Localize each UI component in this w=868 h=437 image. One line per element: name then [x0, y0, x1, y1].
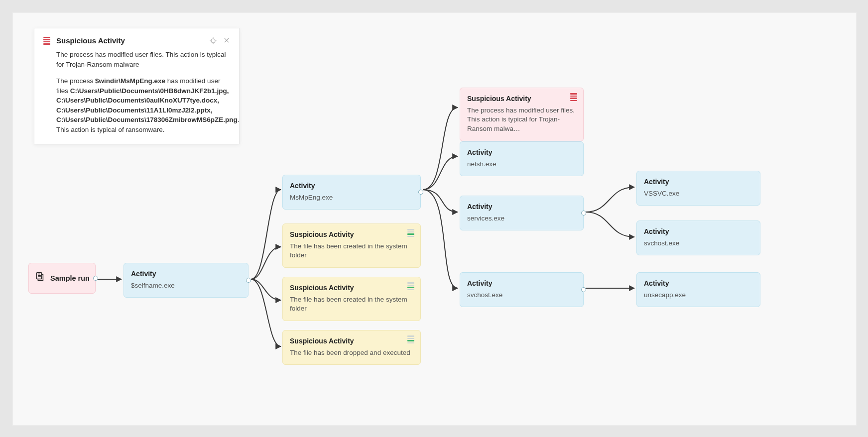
node-subtitle: VSSVC.exe [644, 189, 753, 199]
connector-dot [246, 278, 251, 283]
connector-dot [418, 190, 423, 195]
node-subtitle: unsecapp.exe [644, 291, 753, 300]
node-suspicious-yellow-3[interactable]: Suspicious Activity The file has been dr… [282, 330, 421, 365]
node-sample-run[interactable]: Sample run [28, 263, 96, 294]
node-subtitle: $selfname.exe [131, 281, 241, 291]
locate-icon[interactable] [209, 37, 217, 45]
node-title: Activity [467, 279, 576, 289]
node-title: Activity [290, 181, 413, 191]
node-activity-svchost-2[interactable]: Activity svchost.exe [636, 220, 760, 255]
node-title: Suspicious Activity [467, 94, 576, 104]
node-activity-vssvc[interactable]: Activity VSSVC.exe [636, 171, 760, 206]
node-activity-msmpeng[interactable]: Activity MsMpEng.exe [282, 175, 421, 210]
node-title: Activity [644, 279, 753, 289]
node-activity-svchost[interactable]: Activity svchost.exe [460, 272, 584, 307]
file-stack-icon [34, 271, 45, 285]
node-activity-unsecapp[interactable]: Activity unsecapp.exe [636, 272, 760, 307]
node-subtitle: MsMpEng.exe [290, 193, 413, 203]
node-subtitle: services.exe [467, 214, 576, 223]
svg-point-1 [211, 39, 215, 43]
connector-dot [93, 276, 98, 281]
node-activity-selfname[interactable]: Activity $selfname.exe [124, 263, 248, 298]
panel-summary: The process has modified user files. Thi… [56, 50, 230, 69]
node-title: Suspicious Activity [290, 230, 413, 240]
node-suspicious-yellow-1[interactable]: Suspicious Activity The file has been cr… [282, 223, 421, 268]
close-icon[interactable] [223, 37, 230, 45]
connector-dot [581, 287, 586, 292]
node-title: Sample run [50, 273, 90, 283]
node-subtitle: The file has been dropped and executed [290, 348, 413, 358]
node-subtitle: The file has been created in the system … [290, 242, 413, 261]
node-title: Activity [644, 227, 753, 237]
severity-icon [407, 229, 414, 237]
node-title: Activity [131, 269, 241, 279]
node-title: Activity [467, 202, 576, 212]
node-subtitle: The process has modified user files. Thi… [467, 106, 576, 134]
severity-icon [407, 335, 414, 343]
node-title: Activity [467, 148, 576, 158]
panel-body: The process has modified user files. Thi… [43, 50, 230, 135]
node-activity-services[interactable]: Activity services.exe [460, 196, 584, 230]
detail-panel: Suspicious Activity The process has modi… [34, 28, 240, 144]
svg-rect-0 [37, 273, 42, 279]
node-activity-netsh[interactable]: Activity netsh.exe [460, 141, 584, 176]
node-subtitle: svchost.exe [467, 291, 576, 300]
node-suspicious-pink[interactable]: Suspicious Activity The process has modi… [460, 88, 584, 141]
node-title: Suspicious Activity [290, 283, 413, 293]
node-title: Activity [644, 177, 753, 187]
severity-icon [570, 93, 577, 101]
diagram-canvas[interactable]: Sample run Activity $selfname.exe Activi… [12, 12, 857, 426]
node-title: Suspicious Activity [290, 336, 413, 346]
node-suspicious-yellow-2[interactable]: Suspicious Activity The file has been cr… [282, 277, 421, 321]
node-subtitle: svchost.exe [644, 239, 753, 248]
node-subtitle: The file has been created in the system … [290, 295, 413, 314]
severity-icon [407, 282, 414, 290]
panel-detail: The process $windir\MsMpEng.exe has modi… [56, 76, 230, 134]
connector-dot [581, 211, 586, 216]
node-subtitle: netsh.exe [467, 160, 576, 169]
severity-icon [43, 37, 50, 45]
panel-title: Suspicious Activity [56, 36, 209, 45]
